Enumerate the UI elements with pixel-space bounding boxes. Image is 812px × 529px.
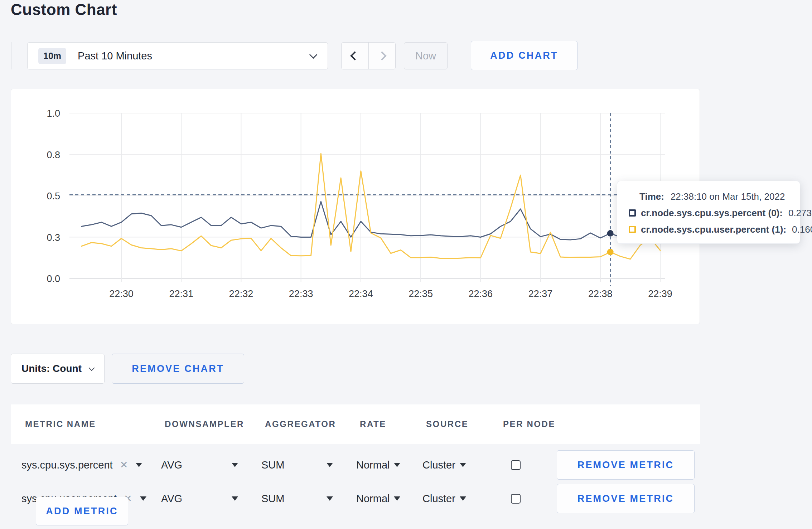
tooltip-metric-value: 0.2732 — [788, 208, 812, 219]
caret-down-icon — [460, 496, 466, 501]
caret-down-icon — [327, 463, 333, 467]
time-step-buttons — [341, 42, 396, 69]
metric-row: sys.cpu.sys.percent ✕ AVG SUM Normal Cl — [11, 450, 700, 480]
caret-down-icon — [232, 463, 238, 467]
aggregator-cell: SUM — [261, 493, 356, 505]
actions-cell: REMOVE METRIC — [557, 484, 700, 513]
per-node-checkbox[interactable] — [511, 494, 521, 504]
per-node-checkbox[interactable] — [511, 460, 521, 470]
downsampler-value: AVG — [161, 459, 182, 471]
svg-text:0.8: 0.8 — [47, 150, 60, 160]
prev-time-button[interactable] — [342, 43, 369, 69]
chevron-left-icon — [351, 51, 359, 60]
rate-select[interactable]: Normal — [356, 493, 400, 505]
sys-percent-swatch-icon — [629, 209, 636, 217]
chart-card: 0.00.30.50.81.022:3022:3122:3222:3322:34… — [11, 89, 700, 324]
tooltip-series-row: cr.node.sys.cpu.sys.percent (0): 0.2732 — [629, 205, 800, 221]
per-node-cell — [499, 460, 557, 470]
downsampler-select[interactable]: AVG — [161, 493, 238, 505]
svg-text:22:38: 22:38 — [588, 288, 613, 299]
downsampler-select[interactable]: AVG — [161, 459, 238, 471]
rate-cell: Normal — [356, 493, 422, 505]
chevron-down-icon — [88, 365, 95, 371]
remove-metric-button[interactable]: REMOVE METRIC — [557, 484, 695, 513]
remove-chart-button[interactable]: REMOVE CHART — [112, 354, 244, 384]
time-range-badge: 10m — [38, 48, 66, 64]
cpu-percent-chart[interactable]: 0.00.30.50.81.022:3022:3122:3222:3322:34… — [11, 89, 700, 324]
rate-value: Normal — [356, 493, 390, 505]
caret-down-icon[interactable] — [140, 496, 146, 501]
chevron-down-icon — [309, 51, 318, 59]
source-select[interactable]: Cluster — [422, 493, 466, 505]
header-per-node: PER NODE — [503, 419, 560, 429]
metric-name-value: sys.cpu.sys.percent — [21, 459, 113, 471]
svg-text:22:34: 22:34 — [349, 288, 373, 299]
add-metric-button[interactable]: ADD METRIC — [36, 497, 128, 525]
tooltip-metric-label: cr.node.sys.cpu.sys.percent (0): — [641, 208, 783, 219]
now-button[interactable]: Now — [404, 42, 448, 69]
aggregator-value: SUM — [261, 493, 284, 505]
next-time-button[interactable] — [369, 43, 396, 69]
downsampler-cell: AVG — [161, 493, 261, 505]
header-rate: RATE — [360, 419, 426, 429]
time-range-dropdown[interactable]: 10m Past 10 Minutes — [27, 42, 328, 69]
aggregator-select[interactable]: SUM — [261, 493, 333, 505]
svg-text:22:33: 22:33 — [289, 288, 313, 299]
units-label: Units: Count — [21, 363, 82, 374]
caret-down-icon[interactable] — [136, 463, 142, 467]
aggregator-select[interactable]: SUM — [261, 459, 333, 471]
source-cell: Cluster — [422, 493, 499, 505]
metric-name-cell[interactable]: sys.cpu.sys.percent ✕ — [21, 459, 161, 471]
downsampler-value: AVG — [161, 493, 182, 505]
svg-text:22:31: 22:31 — [169, 288, 193, 299]
tooltip-time-value: 22:38:10 on Mar 15th, 2022 — [671, 191, 785, 202]
header-source: SOURCE — [426, 419, 503, 429]
rate-value: Normal — [356, 459, 390, 471]
metrics-table-header: METRIC NAME DOWNSAMPLER AGGREGATOR RATE … — [11, 404, 700, 444]
caret-down-icon — [460, 463, 466, 467]
tooltip-metric-label: cr.node.sys.cpu.user.percent (1): — [641, 224, 786, 235]
caret-down-icon — [394, 463, 400, 467]
svg-text:1.0: 1.0 — [47, 108, 60, 119]
svg-text:22:39: 22:39 — [648, 288, 672, 299]
caret-down-icon — [232, 496, 238, 501]
time-range-label: Past 10 Minutes — [78, 50, 152, 62]
chevron-right-icon — [377, 51, 386, 60]
units-dropdown[interactable]: Units: Count — [11, 354, 105, 384]
svg-text:0.3: 0.3 — [47, 232, 60, 243]
chart-tooltip: Time: 22:38:10 on Mar 15th, 2022 cr.node… — [617, 181, 800, 244]
rate-select[interactable]: Normal — [356, 459, 400, 471]
tooltip-time-label: Time: — [639, 191, 664, 202]
source-value: Cluster — [422, 493, 455, 505]
add-chart-button[interactable]: ADD CHART — [471, 41, 577, 70]
custom-chart-page: Custom Chart 10m Past 10 Minutes Now ADD… — [0, 0, 812, 529]
svg-text:0.0: 0.0 — [47, 273, 60, 284]
tooltip-metric-value: 0.1601 — [792, 224, 812, 235]
toolbar-divider — [11, 42, 11, 69]
svg-text:22:32: 22:32 — [229, 288, 253, 299]
page-title: Custom Chart — [11, 1, 117, 19]
header-downsampler: DOWNSAMPLER — [165, 419, 265, 429]
caret-down-icon — [394, 496, 400, 501]
source-cell: Cluster — [422, 459, 499, 471]
tooltip-series-row: cr.node.sys.cpu.user.percent (1): 0.1601 — [629, 221, 800, 238]
rate-cell: Normal — [356, 459, 422, 471]
aggregator-cell: SUM — [261, 459, 356, 471]
header-metric-name: METRIC NAME — [25, 419, 165, 429]
tooltip-time-row: Time: 22:38:10 on Mar 15th, 2022 — [629, 188, 800, 205]
source-select[interactable]: Cluster — [422, 459, 466, 471]
caret-down-icon — [327, 496, 333, 501]
clear-metric-icon[interactable]: ✕ — [120, 459, 128, 471]
remove-metric-button[interactable]: REMOVE METRIC — [557, 450, 695, 480]
actions-cell: REMOVE METRIC — [557, 450, 700, 480]
header-aggregator: AGGREGATOR — [265, 419, 360, 429]
source-value: Cluster — [422, 459, 455, 471]
downsampler-cell: AVG — [161, 459, 261, 471]
user-percent-swatch-icon — [629, 226, 636, 233]
svg-text:22:30: 22:30 — [109, 288, 134, 299]
per-node-cell — [499, 494, 557, 504]
svg-text:0.5: 0.5 — [47, 191, 60, 202]
svg-text:22:35: 22:35 — [409, 288, 433, 299]
aggregator-value: SUM — [261, 459, 284, 471]
svg-text:22:37: 22:37 — [528, 288, 553, 299]
